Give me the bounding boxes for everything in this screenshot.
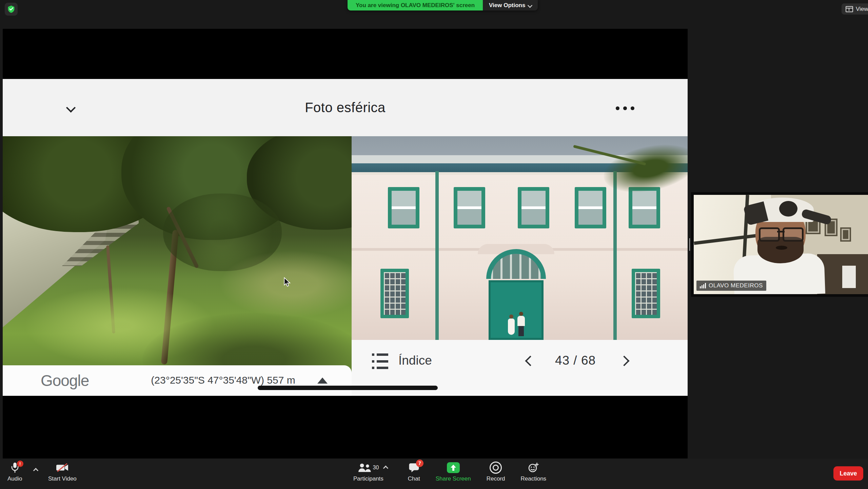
audio-button[interactable]: ! Audio — [7, 462, 22, 482]
chat-button[interactable]: 7 Chat — [408, 462, 420, 482]
video-camera-off-icon — [56, 463, 69, 472]
participant-name-tag: OLAVO MEDEIROS — [696, 281, 766, 291]
chevron-down-icon — [528, 3, 532, 7]
gps-coordinates: (23°25'35"S 47°35'48"W) 557 m — [135, 374, 311, 386]
start-video-label: Start Video — [48, 475, 77, 482]
viewer-title: Foto esférica — [305, 100, 386, 115]
glasses-bridge-art — [777, 231, 785, 232]
shared-screen-area: Foto esférica Google — [3, 29, 688, 459]
participant-name: OLAVO MEDEIROS — [709, 282, 763, 289]
previous-photo-button[interactable] — [523, 353, 538, 368]
window-art — [518, 187, 549, 228]
share-screen-icon — [447, 462, 460, 473]
connection-bars-icon — [700, 283, 706, 288]
participant-video[interactable]: OLAVO MEDEIROS — [694, 195, 868, 294]
horizontal-scrollbar[interactable] — [258, 386, 438, 390]
reactions-smiley-icon — [528, 462, 539, 473]
index-list-button[interactable] — [372, 353, 390, 370]
window-art — [388, 187, 419, 228]
barred-window-art — [380, 269, 409, 318]
gallery-grid-icon — [846, 6, 853, 12]
chevron-left-icon — [525, 355, 535, 366]
collapse-panel-button[interactable] — [317, 378, 328, 384]
window-art — [629, 187, 660, 228]
view-options-label: View Options — [489, 2, 525, 9]
chevron-up-icon — [383, 466, 389, 471]
participants-label: Participants — [353, 475, 383, 482]
chevron-down-icon — [66, 103, 76, 113]
participants-button[interactable]: 30 Participants — [353, 462, 383, 482]
participants-count: 30 — [373, 465, 379, 471]
mouse-cursor — [283, 277, 292, 287]
chevron-up-icon — [33, 468, 39, 473]
more-dot — [623, 106, 627, 110]
sphere-photo-panel: Índice 43 / 68 — [352, 136, 688, 396]
chat-label: Chat — [408, 475, 420, 482]
toolbar-center-group: 30 Participants 7 Chat — [353, 462, 546, 482]
street-view-photo[interactable]: Google (23°25'35"S 47°35'48"W) 557 m — [3, 136, 352, 396]
index-label: Índice — [398, 353, 432, 368]
google-logo: Google — [41, 371, 89, 390]
man-art — [517, 316, 525, 326]
picture-frame-art — [840, 227, 851, 242]
shield-check-icon — [7, 5, 16, 14]
barred-window-art — [632, 269, 660, 318]
chat-unread-badge: 7 — [416, 460, 423, 467]
view-options-button[interactable]: View Options — [483, 0, 538, 11]
share-screen-label: Share Screen — [436, 475, 471, 482]
meeting-security-button[interactable] — [5, 3, 18, 16]
window-art — [454, 187, 485, 228]
fanlight-art — [486, 249, 546, 279]
window-art — [575, 187, 606, 228]
more-dot — [616, 106, 619, 110]
glasses-art — [759, 227, 780, 242]
screen-share-banner: You are viewing OLAVO MEDEIROS' screen V… — [348, 0, 538, 11]
photo-counter: 43 / 68 — [541, 353, 609, 368]
downspout-art — [435, 171, 439, 340]
participants-options-caret[interactable] — [384, 465, 388, 472]
audio-label: Audio — [7, 475, 22, 482]
start-video-button[interactable]: Start Video — [48, 462, 77, 482]
reactions-button[interactable]: Reactions — [521, 462, 547, 482]
glasses-art — [783, 227, 804, 242]
photo-strip: Google (23°25'35"S 47°35'48"W) 557 m — [3, 136, 688, 396]
audio-options-caret[interactable] — [34, 468, 38, 474]
record-label: Record — [487, 475, 505, 482]
poster-art — [842, 266, 856, 288]
downspout-art — [613, 171, 617, 340]
meeting-toolbar: ! Audio Start Video — [0, 459, 868, 489]
google-info-bar: Google (23°25'35"S 47°35'48"W) 557 m — [3, 365, 352, 396]
chevron-right-icon — [619, 355, 629, 366]
building-photo[interactable] — [352, 136, 688, 340]
record-button[interactable]: Record — [487, 462, 505, 482]
cap-logo-art — [779, 201, 797, 217]
list-icon — [372, 353, 374, 356]
share-screen-button[interactable]: Share Screen — [436, 462, 471, 482]
zoom-meeting-window: You are viewing OLAVO MEDEIROS' screen V… — [0, 0, 868, 489]
audio-alert-badge: ! — [17, 461, 23, 467]
view-button-label: View — [856, 6, 868, 13]
panel-resize-handle[interactable] — [689, 238, 693, 251]
couple-art — [506, 312, 533, 340]
more-dot — [631, 106, 634, 110]
reactions-label: Reactions — [521, 475, 547, 482]
participants-icon — [358, 463, 372, 472]
minimize-viewer-button[interactable] — [63, 100, 79, 116]
record-icon — [490, 462, 502, 474]
mouth-art — [776, 246, 787, 250]
photo-viewer-header: Foto esférica — [3, 79, 688, 136]
leave-meeting-button[interactable]: Leave — [833, 466, 863, 481]
view-layout-button[interactable]: View — [842, 3, 868, 15]
more-options-button[interactable] — [613, 101, 637, 115]
woman-art — [508, 319, 515, 335]
next-photo-button[interactable] — [617, 353, 632, 368]
viewing-screen-label: You are viewing OLAVO MEDEIROS' screen — [348, 0, 483, 11]
